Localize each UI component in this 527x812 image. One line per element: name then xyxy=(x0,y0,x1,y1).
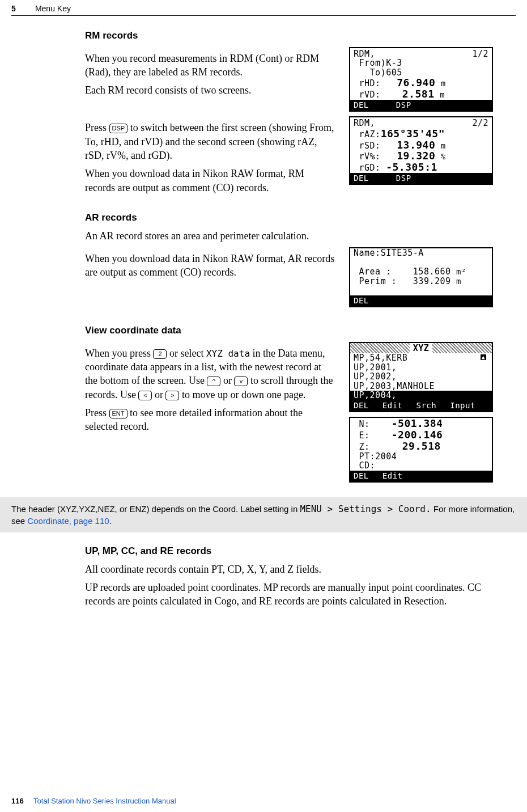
lcd-area: Area : 158.660 m² xyxy=(350,267,492,277)
lcd-cd: CD: xyxy=(350,461,492,471)
lcd-rsd: rSD: 13.940 m xyxy=(350,139,492,151)
upmp-heading: UP, MP, CC, and RE records xyxy=(85,545,493,558)
lcd-edit-button[interactable]: Edit xyxy=(382,401,403,410)
lcd-pt: PT:2004 xyxy=(350,452,492,462)
rm-p2a: Press DSP to switch between the first sc… xyxy=(85,121,335,162)
ent-key[interactable]: ENT xyxy=(109,409,128,418)
coordinate-xref-link[interactable]: Coordinate, page 110 xyxy=(27,516,109,526)
view-p2: Press ENT to see more detailed informati… xyxy=(85,406,335,434)
rm-p1b: Each RM record consists of two screens. xyxy=(85,83,335,97)
rm-lcd-screen1: RDM, 1/2 From)K-3 To)605 rHD: 76.940 m r… xyxy=(349,47,493,112)
lcd-perim: Perim : 339.209 m xyxy=(350,277,492,286)
lcd-z: Z: 29.518 xyxy=(350,441,492,452)
upmp-p1: All coordinate records contain PT, CD, X… xyxy=(85,563,493,576)
lcd-rhd: rHD: 76.940 m xyxy=(350,77,492,88)
lcd-edit-button[interactable]: Edit xyxy=(382,472,403,480)
manual-title: Total Station Nivo Series Instruction Ma… xyxy=(33,797,176,805)
rm-lcd-screen2: RDM, 2/2 rAZ:165°35'45" rSD: 13.940 m rV… xyxy=(349,116,493,185)
lcd-raz: rAZ:165°35'45" xyxy=(350,128,492,139)
xyz-detail-lcd: N: -501.384 E: -200.146 Z: 29.518 PT:200… xyxy=(349,417,493,483)
lcd-to: To)605 xyxy=(350,68,492,78)
lcd-name: Name:SITE35-A xyxy=(350,248,492,258)
two-key[interactable]: 2 xyxy=(153,349,167,359)
right-key[interactable]: > xyxy=(165,391,179,400)
lcd-page: 1/2 xyxy=(472,49,488,59)
lcd-e: E: -200.146 xyxy=(350,429,492,441)
dsp-key[interactable]: DSP xyxy=(109,124,128,133)
xyz-list-lcd: XYZ MP,54,KERB▲ UP,2001, UP,2002, UP,200… xyxy=(349,342,493,412)
xyz-data-menu: XYZ data xyxy=(206,348,250,359)
lcd-input-button[interactable]: Input xyxy=(450,401,475,410)
lcd-n: N: -501.384 xyxy=(350,418,492,429)
lcd-dsp-button[interactable]: DSP xyxy=(396,174,411,183)
lcd-del-button[interactable]: DEL xyxy=(354,101,369,109)
lcd-del-button[interactable]: DEL xyxy=(354,401,369,410)
lcd-rv: rV%: 19.320 % xyxy=(350,150,492,162)
ar-p2: When you download data in Nikon RAW form… xyxy=(85,252,335,280)
rm-heading: RM records xyxy=(85,29,493,43)
menu-path: MENU > Settings > Coord. xyxy=(300,504,431,514)
view-p1: When you press 2 or select XYZ data in t… xyxy=(85,346,335,401)
down-key[interactable]: v xyxy=(234,377,248,386)
scroll-up-icon[interactable]: ▲ xyxy=(481,354,486,360)
rm-p2b: When you download data in Nikon RAW form… xyxy=(85,167,335,194)
ar-heading: AR records xyxy=(85,212,493,225)
upmp-p2: UP records are uploaded point coordinate… xyxy=(85,581,493,608)
chapter-title: Menu Key xyxy=(35,4,71,13)
chapter-header: 5 Menu Key xyxy=(11,0,516,16)
ar-p1: An AR record stores an area and perimete… xyxy=(85,229,357,243)
lcd-del-button[interactable]: DEL xyxy=(354,174,369,183)
up-key[interactable]: ^ xyxy=(207,377,220,386)
lcd-title: RDM, xyxy=(354,49,375,59)
lcd-from: From)K-3 xyxy=(350,58,492,68)
list-item[interactable]: UP,2002, xyxy=(350,372,492,382)
list-item[interactable]: UP,2001, xyxy=(350,363,492,373)
lcd-page: 2/2 xyxy=(472,119,488,128)
page-number: 116 xyxy=(11,797,24,805)
lcd-srch-button[interactable]: Srch xyxy=(416,401,437,410)
rm-p1a: When you record measurements in RDM (Con… xyxy=(85,52,335,79)
xyz-list-header: XYZ xyxy=(350,343,492,354)
list-item-selected[interactable]: UP,2004, xyxy=(350,391,492,400)
view-heading: View coordinate data xyxy=(85,324,493,337)
ar-lcd: Name:SITE35-A Area : 158.660 m² Perim : … xyxy=(349,247,493,307)
lcd-rvd: rVD: 2.581 m xyxy=(350,88,492,100)
list-item[interactable]: MP,54,KERB▲ xyxy=(350,353,492,363)
lcd-del-button[interactable]: DEL xyxy=(354,472,369,480)
lcd-title: RDM, xyxy=(354,119,375,128)
list-item[interactable]: UP,2003,MANHOLE xyxy=(350,382,492,391)
coord-label-note: The header (XYZ,YXZ,NEZ, or ENZ) depends… xyxy=(0,497,527,532)
lcd-dsp-button[interactable]: DSP xyxy=(396,101,411,109)
chapter-number: 5 xyxy=(11,3,28,14)
lcd-del-button[interactable]: DEL xyxy=(354,297,369,305)
left-key[interactable]: < xyxy=(138,391,152,400)
page-footer: 116 Total Station Nivo Series Instructio… xyxy=(11,796,176,806)
lcd-rgd: rGD: -5.305:1 xyxy=(350,162,492,173)
